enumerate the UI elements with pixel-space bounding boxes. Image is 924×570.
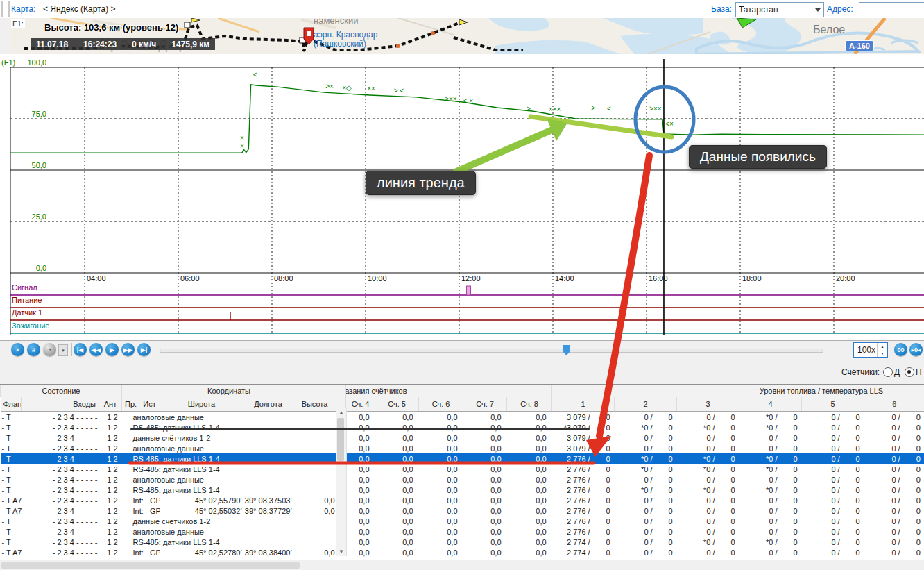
table-row[interactable]: - T- 2 3 4 - - - - -1 2аналоговые данные… [1,474,924,485]
address-label: Адрес: [827,4,853,14]
chart-event-marker: >×× [445,95,457,103]
table-row[interactable]: - T- 2 3 4 - - - - -1 2RS-485: датчики L… [1,537,924,547]
fast-forward-icon[interactable]: ▶▶ [121,343,135,356]
table-row[interactable]: - T- 2 3 4 - - - - -1 2RS-485: датчики L… [1,453,924,464]
track-info-bar: 11.07.18 16:24:23 0 км/ч 1475,9 км [31,38,215,50]
col-header[interactable]: Ант [99,397,122,412]
col-header[interactable]: Входы [22,397,99,412]
rewind-icon[interactable]: ◀◀ [89,343,103,356]
table-row[interactable]: - T A7- 2 3 4 - - - - -1 2Int: GPS45° 02… [1,547,924,558]
table-row[interactable]: - T- 2 3 4 - - - - -1 2данные счётчиков … [1,433,924,443]
col-header[interactable]: 6 [864,397,924,412]
col-header[interactable]: Сч. 5 [375,397,419,412]
table-row[interactable]: - T- 2 3 4 - - - - -1 2аналоговые данные… [1,443,924,453]
col-header[interactable]: Долгота [243,397,293,412]
clock-icon[interactable]: ◔ [43,343,56,356]
map-source-value[interactable]: < Яндекс (Карта) > [43,4,115,14]
skip-end-icon[interactable]: ▶| [137,343,151,356]
y-tick-label: 75,0 [12,110,46,118]
chart-event-marker: × [240,142,244,150]
map-flag-icon [191,18,200,22]
map-airport-label: аэрп. Краснодар(Пашковский) [314,31,377,49]
table-row[interactable]: - T A7- 2 3 4 - - - - -1 2Int: GPS45° 02… [1,505,924,516]
fuel-series-line [10,85,924,153]
table-row[interactable]: - T- 2 3 4 - - - - -1 2аналоговые данные… [1,526,924,537]
timeline-slider-thumb[interactable] [563,345,570,355]
col-header[interactable]: Ист [139,397,160,412]
map-river [696,33,918,54]
col-header[interactable]: Пр. [122,397,139,412]
chart-event-marker: > [527,105,531,112]
chevron-down-icon[interactable]: ▼ [58,344,68,356]
table-row[interactable]: - T- 2 3 4 - - - - -1 2данные счётчиков … [1,516,924,526]
map-strip[interactable]: наменский Краснодар аэрп. Краснодар(Пашк… [10,18,924,56]
table-row[interactable]: - T- 2 3 4 - - - - -1 2RS-485: датчики L… [1,422,924,433]
hscrollbar-thumb[interactable] [1,562,300,569]
spin-up-icon[interactable]: ▲ [878,343,887,350]
skip-start-icon[interactable]: |◀ [74,343,87,356]
spin-down-icon[interactable]: ▼ [878,350,887,357]
radio-daily-label: Д [894,367,900,377]
toolbar-separator [71,343,72,356]
col-header[interactable]: 5 [802,397,864,412]
scrollbar-thumb[interactable] [337,418,344,461]
col-header[interactable]: Высота [293,397,336,412]
road-badge: А-160 [845,40,874,51]
x-tick-label: 06:00 [180,274,200,283]
col-header[interactable]: Широта [160,397,243,412]
scroll-up-icon[interactable]: ▲ [336,408,346,417]
chart-event-marker: < [607,105,611,112]
radio-total[interactable] [905,367,914,377]
table-row[interactable]: - T- 2 3 4 - - - - -1 2аналоговые данные… [1,412,924,423]
x-tick-label: 14:00 [555,274,574,283]
col-header[interactable]: Сч. 4 [346,397,375,412]
base-select[interactable]: Татарстан [735,2,824,17]
x-tick-label: 18:00 [742,274,762,283]
col-header[interactable]: 1 [552,397,615,412]
chart-event-marker: ××× [549,106,561,113]
table-vscrollbar[interactable]: ▲ ▼ [336,408,347,556]
panel-grip[interactable] [1,1,10,17]
table-row[interactable]: - T- 2 3 4 - - - - -1 2RS-485: датчики L… [1,464,924,474]
col-header[interactable]: Сч. 7 [463,397,507,412]
x-tick-label: 10:00 [368,274,387,283]
signal-label: Зажигание [12,321,50,330]
scroll-down-icon[interactable]: ▼ [336,547,346,556]
chart-canvas[interactable]: <××>××◇××> <>××< ×>×××><>××<× [0,54,924,340]
play-icon[interactable]: ▶ [105,343,119,356]
col-header[interactable]: 2 [615,397,677,412]
info-date: 11.07.18 [36,40,68,49]
timeline-slider[interactable] [160,349,823,353]
col-header[interactable]: 3 [677,397,739,412]
x-tick-label: 12:00 [461,274,481,283]
chart-event-marker: × [240,134,244,142]
close-icon[interactable]: × [11,343,24,356]
col-header[interactable]: Сч. 8 [507,397,552,412]
chart-event-marker: < × [463,97,474,105]
base-select-value: Татарстан [739,5,778,15]
y-tick-label: 0,0 [12,264,46,272]
address-input[interactable] [859,2,924,17]
grid-icon[interactable]: # [27,343,40,356]
altitude-overlay: Высота: 103,6 км (уровень 12) [44,22,178,33]
table-row[interactable]: - T A7- 2 3 4 - - - - -1 2Int: GPS45° 02… [1,495,924,505]
zoom-spinner[interactable]: 100x ▲▼ [853,342,888,358]
y-tick-label: 50,0 [12,161,46,169]
base-label: База: [711,4,732,14]
table-row[interactable]: - T- 2 3 4 - - - - -1 2RS-485: датчики L… [1,485,924,495]
data-appeared-tooltip: Данные появились [689,145,827,169]
playback-toolbar: × # ◔ ▼ |◀ ◀◀ ▶ ▶▶ ▶| 100x ▲▼ 00 ▸0◂ [0,340,924,360]
records-table: СостояниеКоординатыПоказания счётчиковУр… [0,385,924,558]
chart-event-marker: <× [665,120,674,128]
zoom-fit-icon[interactable]: ▸0◂ [909,343,923,356]
table-hscrollbar[interactable] [0,560,924,570]
chart-panel[interactable]: <××>××◇××> <>××< ×>×××><>××<× (F1) 100,0… [0,54,924,340]
col-header[interactable]: 4 [739,397,802,412]
chart-event-marker: ×× [367,85,375,92]
signal-label: Питание [12,296,42,304]
radio-daily[interactable] [883,367,893,377]
signal-label: Датчик 1 [12,308,42,317]
col-header[interactable]: Флаги [1,397,22,412]
zoom-reset-icon[interactable]: 00 [894,343,907,356]
col-header[interactable]: Сч. 6 [419,397,463,412]
